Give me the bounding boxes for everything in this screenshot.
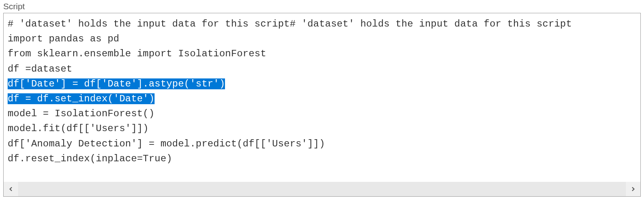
script-code-area[interactable]: # 'dataset' holds the input data for thi… [4,13,640,182]
script-editor-container: # 'dataset' holds the input data for thi… [3,13,641,197]
code-line: model.fit(df[['Users']]) [8,121,636,136]
scroll-track[interactable] [18,182,626,196]
script-label: Script [3,2,641,11]
selected-text: df['Date'] = df['Date'].astype('str') [8,78,225,89]
code-line: df = df.set_index('Date') [8,91,636,106]
code-line: # 'dataset' holds the input data for thi… [8,16,636,31]
horizontal-scrollbar[interactable] [4,182,640,196]
code-line: df['Anomaly Detection'] = model.predict(… [8,136,636,151]
code-line: import pandas as pd [8,31,636,46]
code-line: df =dataset [8,62,636,76]
selected-text: df = df.set_index('Date') [8,93,155,104]
code-line [8,166,636,181]
code-line: df['Date'] = df['Date'].astype('str') [8,76,636,91]
scroll-right-arrow-icon[interactable] [626,182,640,196]
code-line: model = IsolationForest() [8,106,636,121]
code-line: from sklearn.ensemble import IsolationFo… [8,46,636,61]
scroll-left-arrow-icon[interactable] [4,182,18,196]
code-line: df.reset_index(inplace=True) [8,151,636,166]
